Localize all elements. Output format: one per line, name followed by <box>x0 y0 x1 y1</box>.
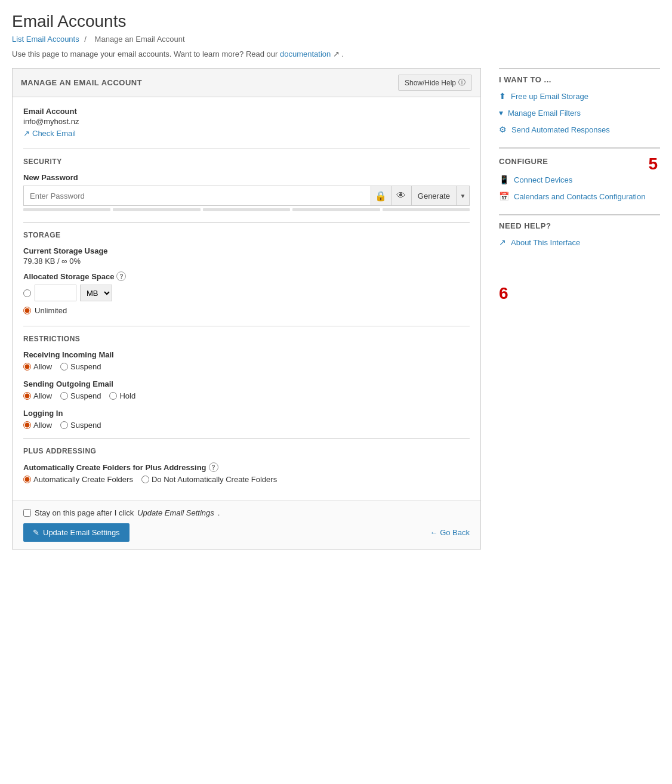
logging-suspend-radio[interactable] <box>60 421 68 429</box>
external-link-icon: ↗ <box>23 129 30 138</box>
go-back-link[interactable]: ← Go Back <box>430 528 470 537</box>
stay-on-page-checkbox[interactable] <box>23 509 31 517</box>
calendar-icon: 📅 <box>499 192 509 201</box>
generate-dropdown-button[interactable]: ▼ <box>457 186 470 206</box>
current-storage-label: Current Storage Usage <box>23 246 470 255</box>
sidebar: I WANT TO ... ⬆ Free up Email Storage ▾ … <box>499 68 660 303</box>
restrictions-divider <box>23 326 470 326</box>
auto-create-folders-option[interactable]: Automatically Create Folders <box>23 475 133 484</box>
receiving-incoming-group: Receiving Incoming Mail Allow Suspend <box>23 350 470 371</box>
logging-in-label: Logging In <box>23 409 470 418</box>
receiving-allow-radio[interactable] <box>23 363 31 371</box>
sending-suspend-radio[interactable] <box>60 392 68 400</box>
restrictions-section-title: RESTRICTIONS <box>23 335 470 343</box>
main-panel: MANAGE AN EMAIL ACCOUNT Show/Hide Help ⓘ… <box>12 68 481 550</box>
current-storage-value: 79.38 KB / ∞ 0% <box>23 257 470 266</box>
storage-custom-radio[interactable] <box>23 289 31 297</box>
pencil-icon: ✎ <box>33 528 39 537</box>
i-want-to-section: I WANT TO ... ⬆ Free up Email Storage ▾ … <box>499 68 660 135</box>
unlimited-radio[interactable] <box>23 307 31 314</box>
strength-bar-4 <box>292 208 380 211</box>
annotation-6: 6 <box>499 284 508 303</box>
need-help-divider <box>499 214 660 215</box>
generate-button[interactable]: Generate <box>412 186 457 206</box>
receiving-suspend-option[interactable]: Suspend <box>60 362 101 371</box>
upload-icon: ⬆ <box>499 91 506 101</box>
sending-outgoing-group: Sending Outgoing Email Allow Suspend Hol… <box>23 379 470 400</box>
sending-outgoing-label: Sending Outgoing Email <box>23 379 470 388</box>
allocated-storage-label: Allocated Storage Space ? <box>23 271 470 281</box>
intro-text: Use this page to manage your email accou… <box>12 50 660 58</box>
breadcrumb-link[interactable]: List Email Accounts <box>12 35 79 44</box>
sending-allow-option[interactable]: Allow <box>23 391 52 400</box>
security-divider <box>23 149 470 149</box>
info-icon: ↗ <box>499 237 506 247</box>
receiving-incoming-label: Receiving Incoming Mail <box>23 350 470 359</box>
panel-body: Email Account info@myhost.nz ↗ Check Ema… <box>13 97 480 501</box>
storage-input-row: MB GB <box>23 285 470 301</box>
plus-help-icon[interactable]: ? <box>209 462 218 472</box>
password-input[interactable] <box>23 186 371 206</box>
send-automated-responses-link[interactable]: ⚙ Send Automated Responses <box>499 124 660 135</box>
show-hide-help-button[interactable]: Show/Hide Help ⓘ <box>398 75 472 91</box>
manage-email-filters-link[interactable]: ▾ Manage Email Filters <box>499 107 660 119</box>
breadcrumb-separator: / <box>84 35 87 44</box>
storage-section-title: STORAGE <box>23 231 470 239</box>
logging-allow-radio[interactable] <box>23 421 31 429</box>
stay-text: Stay on this page after I click <box>35 508 134 517</box>
check-email-link[interactable]: ↗ Check Email <box>23 129 76 138</box>
about-interface-link[interactable]: ↗ About This Interface <box>499 236 660 248</box>
strength-bar-3 <box>203 208 290 211</box>
auto-create-folders-radio[interactable] <box>23 476 31 483</box>
strength-bar-5 <box>383 208 470 211</box>
logging-suspend-option[interactable]: Suspend <box>60 421 101 430</box>
sending-suspend-option[interactable]: Suspend <box>60 391 101 400</box>
configure-title: CONFIGURE <box>499 157 548 166</box>
storage-group: Current Storage Usage 79.38 KB / ∞ 0% Al… <box>23 246 470 315</box>
do-not-create-folders-radio[interactable] <box>141 476 149 483</box>
sending-outgoing-radio-group: Allow Suspend Hold <box>23 391 470 400</box>
logging-in-radio-group: Allow Suspend <box>23 421 470 430</box>
sending-hold-radio[interactable] <box>109 392 117 400</box>
storage-number-input[interactable] <box>35 285 76 301</box>
plus-addressing-divider <box>23 438 470 439</box>
free-up-storage-link[interactable]: ⬆ Free up Email Storage <box>499 90 660 102</box>
email-account-label: Email Account <box>23 107 470 116</box>
strength-bar-2 <box>113 208 200 211</box>
plus-addressing-section-title: PLUS ADDRESSING <box>23 447 470 455</box>
plus-addressing-radio-group: Automatically Create Folders Do Not Auto… <box>23 475 470 484</box>
do-not-create-folders-option[interactable]: Do Not Automatically Create Folders <box>141 475 277 484</box>
plus-addressing-label: Automatically Create Folders for Plus Ad… <box>23 462 470 472</box>
help-icon: ⓘ <box>458 78 466 88</box>
documentation-link[interactable]: documentation <box>280 50 331 58</box>
update-email-settings-button[interactable]: ✎ Update Email Settings <box>23 523 130 542</box>
new-password-label: New Password <box>23 173 470 182</box>
email-account-value: info@myhost.nz <box>23 117 470 126</box>
auto-icon: ⚙ <box>499 125 507 134</box>
receiving-suspend-radio[interactable] <box>60 363 68 371</box>
breadcrumb: List Email Accounts / Manage an Email Ac… <box>12 35 660 44</box>
logging-allow-option[interactable]: Allow <box>23 421 52 430</box>
storage-unit-select[interactable]: MB GB <box>80 285 112 301</box>
toggle-password-icon[interactable]: 👁 <box>392 186 412 206</box>
annotation-6-container: 6 <box>499 284 660 303</box>
allocated-help-icon[interactable]: ? <box>116 271 126 281</box>
password-group: New Password 🔒 👁 Generate ▼ <box>23 173 470 211</box>
stay-end-text: . <box>218 508 220 517</box>
password-strength-icon[interactable]: 🔒 <box>371 186 392 206</box>
panel-header: MANAGE AN EMAIL ACCOUNT Show/Hide Help ⓘ <box>13 69 480 97</box>
connect-devices-link[interactable]: 📱 Connect Devices <box>499 174 660 186</box>
annotation-5: 5 <box>648 155 658 174</box>
footer-section: Stay on this page after I click Update E… <box>13 501 480 549</box>
receiving-incoming-radio-group: Allow Suspend <box>23 362 470 371</box>
i-want-to-title: I WANT TO ... <box>499 75 660 84</box>
stay-on-page-row: Stay on this page after I click Update E… <box>23 508 470 517</box>
sending-hold-option[interactable]: Hold <box>109 391 135 400</box>
receiving-allow-option[interactable]: Allow <box>23 362 52 371</box>
unlimited-row: Unlimited <box>23 306 470 315</box>
page-title: Email Accounts <box>12 12 660 31</box>
configure-divider <box>499 147 660 149</box>
stay-italic-text: Update Email Settings <box>137 508 214 517</box>
sending-allow-radio[interactable] <box>23 392 31 400</box>
calendars-contacts-link[interactable]: 📅 Calendars and Contacts Configuration <box>499 190 660 202</box>
